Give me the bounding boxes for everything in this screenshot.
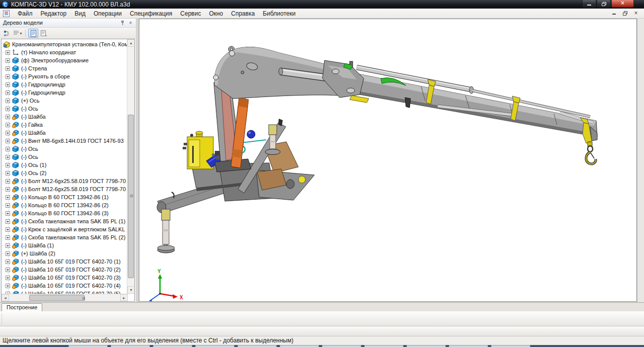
tree-item[interactable]: +(-) Гидроцилиндр — [3, 80, 65, 89]
tree-composition-icon[interactable] — [28, 29, 38, 38]
tree-item[interactable]: +(-) Кольцо В 60 ГОСТ 13942-86 (2) — [3, 201, 109, 209]
tree-item[interactable]: +(-) Гайка — [3, 121, 43, 129]
taskbar-button[interactable] — [280, 345, 319, 347]
expand-toggle[interactable]: + — [6, 259, 10, 264]
tree-item[interactable]: +(-) Гидроцилиндр — [3, 89, 65, 97]
tree-item[interactable]: +(-) Винт М8-6gx8.14Н.019 ГОСТ 1476-93 — [3, 137, 124, 145]
expand-toggle[interactable]: + — [6, 276, 10, 280]
tree-item[interactable]: +(-) Кольцо В 60 ГОСТ 13942-86 (3) — [3, 209, 109, 217]
expand-toggle[interactable]: + — [6, 99, 10, 103]
taskbar-button[interactable] — [491, 345, 530, 347]
expand-toggle[interactable]: + — [6, 123, 10, 127]
menu-спецификация[interactable]: Спецификация — [126, 9, 176, 18]
expand-toggle[interactable]: + — [6, 82, 10, 87]
expand-toggle[interactable]: + — [6, 195, 10, 200]
tree-root-item[interactable]: Краноманипуляторная установка (Тел-0, Ко… — [3, 40, 127, 48]
taskbar-button[interactable] — [322, 345, 361, 347]
expand-toggle[interactable]: + — [6, 107, 10, 111]
expand-toggle[interactable]: + — [6, 171, 10, 176]
scroll-down-icon[interactable]: ▼ — [127, 286, 135, 294]
tree-item[interactable]: +(+) Ось — [3, 97, 40, 105]
expand-toggle[interactable]: + — [6, 74, 10, 79]
outrigger-left[interactable] — [157, 179, 234, 253]
expand-toggle[interactable]: + — [6, 268, 10, 272]
tree-item[interactable]: +(-) Скоба такелажная типа SAK 85 PL (2) — [3, 233, 125, 241]
tree-item[interactable]: +(-) Скоба такелажная типа SAK 85 PL (1) — [3, 217, 125, 225]
taskbar-button[interactable] — [449, 345, 488, 347]
tree-item[interactable]: +(-) Болт М12-6gx25.58.019 ГОСТ 7798-70 … — [3, 185, 127, 193]
close-button[interactable]: × — [611, 0, 634, 8]
menu-сервис[interactable]: Сервис — [176, 9, 205, 18]
expand-toggle[interactable]: + — [6, 58, 10, 63]
tab-postroenie[interactable]: Построение — [2, 303, 42, 312]
telescopic-boom[interactable] — [356, 66, 597, 137]
pin-icon[interactable] — [119, 20, 126, 26]
tree-item[interactable]: +(-) Шайба 10 65Г 019 ГОСТ 6402-70 (5) — [3, 290, 121, 294]
taskbar-button[interactable] — [111, 345, 150, 347]
menu-файл[interactable]: Файл — [14, 9, 37, 18]
expand-toggle[interactable]: + — [6, 179, 10, 184]
expand-toggle[interactable]: + — [6, 66, 10, 71]
scroll-right-icon[interactable]: ► — [120, 294, 128, 301]
document-icon[interactable] — [3, 10, 10, 17]
tree-item[interactable]: +(-) Шайба 10 65Г 019 ГОСТ 6402-70 (2) — [3, 266, 121, 274]
tree-horizontal-scrollbar[interactable]: ◄ ► — [2, 294, 128, 301]
maximize-button[interactable] — [597, 0, 611, 8]
expand-toggle[interactable]: + — [6, 131, 10, 135]
mdi-restore-icon[interactable] — [621, 10, 629, 17]
expand-toggle[interactable]: + — [6, 235, 10, 240]
tree-item[interactable]: +(-) Ось (1) — [3, 161, 46, 169]
expand-toggle[interactable]: + — [6, 219, 10, 224]
menu-вид[interactable]: Вид — [70, 9, 90, 18]
scrollbar-thumb[interactable] — [29, 295, 85, 301]
tree-item[interactable]: +(-) Шайба 10 65Г 019 ГОСТ 6402-70 (1) — [3, 257, 121, 266]
expand-toggle[interactable]: + — [6, 251, 10, 256]
tree-item[interactable]: +(т) Начало координат — [3, 48, 76, 56]
tree-item[interactable]: +(-) Шайба 10 65Г 019 ГОСТ 6402-70 (3) — [3, 274, 121, 282]
tree-item[interactable]: +(-) Ось — [3, 153, 38, 161]
menu-справка[interactable]: Справка — [227, 9, 259, 18]
tree-item[interactable]: +(-) Ось (2) — [3, 169, 46, 177]
expand-toggle[interactable]: + — [6, 147, 10, 151]
scroll-up-icon[interactable]: ▲ — [127, 39, 135, 47]
taskbar-button[interactable] — [364, 345, 404, 347]
tree-relations-icon[interactable] — [39, 29, 49, 38]
expand-toggle[interactable]: + — [6, 163, 10, 167]
tree-filter-icon[interactable]: ▾ — [13, 29, 23, 38]
yellow-plate[interactable] — [350, 96, 369, 103]
hook[interactable] — [586, 142, 596, 164]
taskbar-button[interactable] — [68, 345, 108, 347]
expand-toggle[interactable]: + — [6, 284, 10, 288]
tree-item[interactable]: +(-) Шайба (1) — [3, 241, 54, 249]
expand-toggle[interactable]: + — [6, 187, 10, 192]
expand-toggle[interactable]: + — [6, 91, 10, 95]
expand-toggle[interactable]: + — [6, 243, 10, 248]
tree-item[interactable]: +(-) Стрела — [3, 64, 47, 72]
tree-item[interactable]: +(-) Шайба 10 65Г 019 ГОСТ 6402-70 (4) — [3, 282, 121, 290]
toolbar-grip[interactable] — [2, 313, 2, 324]
scroll-left-icon[interactable]: ◄ — [2, 294, 9, 301]
tree-item[interactable]: +(-) Болт М12-6gx25.58.019 ГОСТ 7798-70 … — [3, 177, 127, 185]
menu-окно[interactable]: Окно — [205, 9, 227, 18]
tree-item[interactable]: +(-) Рукоять в сборе — [3, 72, 70, 80]
tree-structure-icon[interactable] — [2, 29, 12, 38]
expand-toggle[interactable]: + — [6, 203, 10, 208]
3d-viewport[interactable]: Y X Z — [139, 19, 637, 302]
tree-item[interactable]: +(-) Шайба — [3, 113, 46, 121]
expand-toggle[interactable]: + — [6, 227, 10, 232]
mdi-close-icon[interactable]: × — [632, 10, 640, 17]
taskbar-button[interactable] — [195, 345, 234, 347]
mdi-minimize-icon[interactable] — [610, 10, 618, 17]
tree-vertical-scrollbar[interactable]: ▲ ▼ — [127, 39, 134, 294]
expand-toggle[interactable]: + — [6, 115, 10, 119]
menu-библиотеки[interactable]: Библиотеки — [259, 9, 299, 18]
tree-item[interactable]: +(-) Ось — [3, 105, 38, 113]
boom-tab[interactable] — [405, 98, 411, 108]
tree-item[interactable]: +(ф) Электрооборудование — [3, 56, 89, 64]
expand-toggle[interactable]: + — [6, 155, 10, 159]
crane-3d-model[interactable]: Y X Z — [139, 19, 636, 301]
expand-toggle[interactable]: + — [6, 211, 10, 216]
panel-close-icon[interactable]: × — [127, 20, 134, 27]
menu-операции[interactable]: Операции — [90, 9, 126, 18]
taskbar-button[interactable] — [237, 345, 277, 347]
